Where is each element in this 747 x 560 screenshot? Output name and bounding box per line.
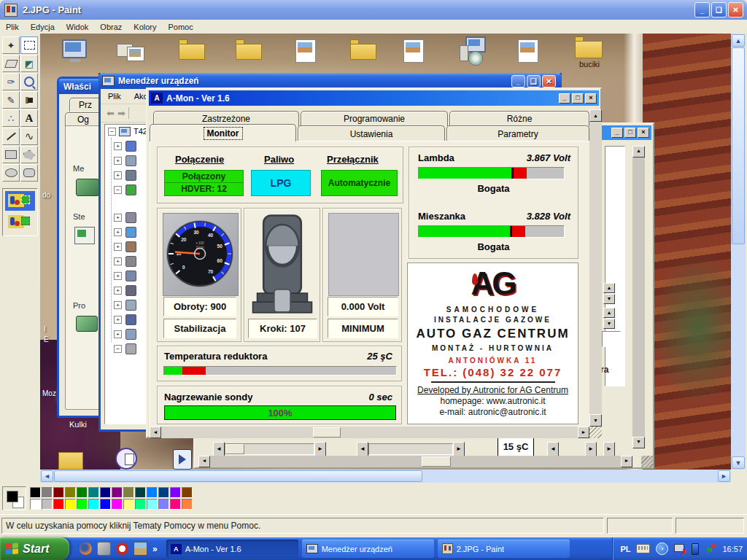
free-select-tool-icon[interactable]: ✦ <box>2 36 20 54</box>
maximize-icon[interactable]: ❑ <box>527 75 541 88</box>
expand-icon[interactable]: + <box>114 171 122 179</box>
scroll-right-icon[interactable]: ► <box>718 470 730 482</box>
desktop-icon-my-computer[interactable] <box>62 39 88 63</box>
pencil-tool-icon[interactable]: ✎ <box>2 91 20 109</box>
scroll-up-icon[interactable]: ▲ <box>589 109 602 122</box>
network-status-icon[interactable]: ✗ <box>674 544 686 553</box>
palette-color[interactable] <box>135 487 146 498</box>
eyedropper-tool-icon[interactable]: ✑ <box>2 73 20 90</box>
palette-color[interactable] <box>170 499 181 510</box>
menu-widok[interactable]: Widok <box>66 23 89 31</box>
properties-tab-1[interactable]: Prz <box>69 98 101 112</box>
forward-icon[interactable]: ➡ <box>117 108 125 119</box>
eraser-tool-icon[interactable] <box>2 55 20 72</box>
palette-color[interactable] <box>100 499 111 510</box>
desktop-icon-folder-1[interactable] <box>179 39 205 60</box>
background-window-hscrollbar[interactable]: ◄ ► <box>198 456 632 467</box>
palette-color[interactable] <box>53 499 64 510</box>
magnifier-tool-icon[interactable] <box>20 73 38 90</box>
palette-color[interactable] <box>112 487 123 498</box>
hide-tray-icons-icon[interactable]: ‹ <box>656 542 668 555</box>
ellipse-tool-icon[interactable] <box>2 164 20 182</box>
airbrush-tool-icon[interactable]: ∴ <box>2 109 20 127</box>
firefox-icon[interactable] <box>80 542 92 555</box>
palette-color[interactable] <box>158 499 169 510</box>
menu-plik[interactable]: Plik <box>6 23 19 31</box>
ad-credit-link[interactable]: Developed by Autronic for AG Centrum <box>408 385 578 395</box>
minimize-icon[interactable]: _ <box>611 128 623 138</box>
back-icon[interactable]: ⬅ <box>107 108 115 119</box>
palette-color[interactable] <box>88 487 99 498</box>
palette-color[interactable] <box>123 499 134 510</box>
expand-icon[interactable]: + <box>114 287 122 295</box>
palette-color[interactable] <box>30 487 41 498</box>
resize-grip-icon[interactable] <box>589 427 602 438</box>
brush-tool-icon[interactable] <box>20 91 38 109</box>
scroll-thumb[interactable] <box>732 47 745 244</box>
expand-icon[interactable]: + <box>114 142 122 150</box>
flag-icon[interactable]: ⚑ <box>705 544 715 554</box>
quick-launch-icon[interactable] <box>97 542 111 556</box>
device-tree-row[interactable]: − <box>114 343 136 354</box>
scroll-left-icon[interactable]: ◄ <box>150 427 161 438</box>
show-desktop-icon[interactable] <box>133 542 147 556</box>
tab-rozne[interactable]: Różne <box>449 111 589 126</box>
palette-color[interactable] <box>135 499 146 510</box>
desktop-icon-installer[interactable] <box>458 36 487 63</box>
tab-ustawienia[interactable]: Ustawienia <box>298 125 445 141</box>
fill-tool-icon[interactable]: ◩ <box>20 55 38 72</box>
device-tree-row[interactable]: + <box>114 212 136 223</box>
resize-grip-icon[interactable] <box>641 456 653 467</box>
desktop-icon-documents[interactable] <box>115 448 139 470</box>
expand-icon[interactable]: + <box>114 243 122 251</box>
desktop-icon-image-2[interactable] <box>403 39 425 63</box>
desktop-icon-folder-2[interactable] <box>236 39 262 60</box>
slider-right-icon[interactable]: ► <box>453 442 465 456</box>
expand-icon[interactable]: + <box>114 301 122 309</box>
scroll-right-icon[interactable]: ► <box>578 427 589 438</box>
taskbar-task-paint[interactable]: 2.JPG - Paint <box>438 540 570 558</box>
background-slider-1[interactable]: ◄ ► <box>213 442 326 456</box>
palette-color[interactable] <box>182 499 193 510</box>
maximize-icon[interactable]: ❑ <box>711 2 727 18</box>
keyboard-icon[interactable] <box>636 544 650 553</box>
palette-color[interactable] <box>42 499 53 510</box>
paint-vscrollbar[interactable]: ▲ ▼ <box>731 34 746 470</box>
palette-color[interactable] <box>77 487 88 498</box>
desktop-icon-folder-bottom[interactable] <box>58 452 83 470</box>
close-icon[interactable]: ✕ <box>542 75 556 88</box>
polygon-tool-icon[interactable] <box>20 146 38 163</box>
scroll-thumb[interactable] <box>313 427 341 438</box>
slider-left-icon[interactable]: ◄ <box>547 442 559 456</box>
scroll-thumb[interactable] <box>54 470 422 482</box>
desktop-icon-allplayer[interactable] <box>173 449 192 470</box>
spinner-up-icon[interactable]: ▲ <box>603 283 615 293</box>
amon-vscrollbar[interactable]: ▲ ▼ <box>589 109 602 427</box>
device-tree-row[interactable]: + <box>114 241 136 252</box>
desktop-icon-folder-3[interactable] <box>350 39 376 60</box>
device-tree-row[interactable]: + <box>114 285 136 296</box>
device-tree-row[interactable]: + <box>114 314 136 325</box>
tab-monitor-active[interactable]: Monitor <box>150 124 296 141</box>
minimize-icon[interactable]: _ <box>511 75 525 88</box>
palette-color[interactable] <box>77 499 88 510</box>
expand-icon[interactable]: + <box>114 330 122 338</box>
scroll-down-icon[interactable]: ▼ <box>732 456 745 469</box>
palette-color[interactable] <box>30 499 41 510</box>
collapse-icon[interactable]: − <box>114 345 122 353</box>
slider-left-icon[interactable]: ◄ <box>357 442 368 456</box>
spinner-down-icon[interactable]: ▼ <box>603 319 615 329</box>
desktop-icon-image-1[interactable] <box>295 39 317 63</box>
palette-color[interactable] <box>88 499 99 510</box>
desktop-icon-pictures[interactable] <box>117 42 144 64</box>
rectangle-tool-icon[interactable] <box>2 146 20 163</box>
start-button[interactable]: Start <box>0 537 69 560</box>
desktop-label-kulki[interactable]: Kulki <box>69 420 87 429</box>
taskbar-task-amon[interactable]: A A-Mon - Ver 1.6 <box>166 540 298 558</box>
language-indicator[interactable]: PL <box>620 545 630 553</box>
desktop-icon-folder-buciki[interactable]: buciki <box>575 36 604 67</box>
selection-opaque-option[interactable] <box>5 191 35 211</box>
background-slider-2[interactable]: ◄ ► <box>357 442 465 456</box>
paint-hscrollbar[interactable]: ◄ ► <box>40 470 731 483</box>
device-tree-row[interactable]: + <box>114 141 136 152</box>
